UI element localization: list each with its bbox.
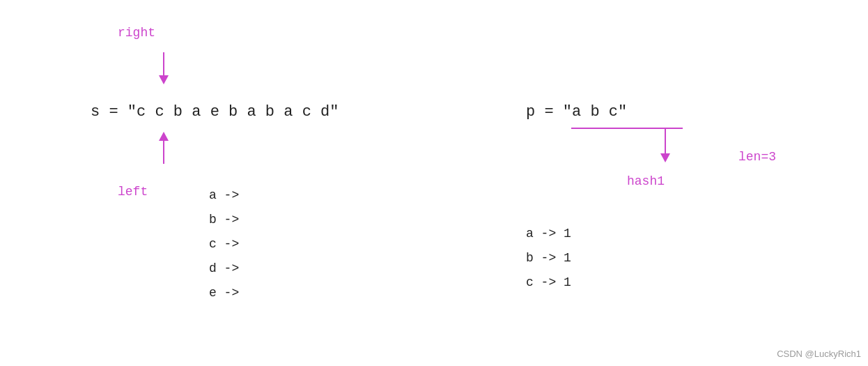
svg-marker-5: [660, 153, 670, 162]
hash-left-a: a ->: [209, 188, 239, 202]
main-content: right s = "c c b a e b a b a c d" left a…: [0, 0, 868, 366]
hash-left-b: b ->: [209, 213, 239, 227]
len-label: len=3: [738, 150, 776, 164]
hash-left-e: e ->: [209, 286, 239, 300]
hash-right-b: b -> 1: [526, 251, 571, 265]
right-arrow-down: [153, 52, 174, 87]
left-arrow-up: [153, 129, 174, 164]
hash1-label: hash1: [627, 174, 665, 188]
hash-left-d: d ->: [209, 261, 239, 275]
watermark: CSDN @LuckyRich1: [777, 349, 861, 359]
svg-marker-3: [159, 132, 169, 141]
left-label: left: [118, 185, 148, 199]
p-arrow-down: [655, 129, 676, 167]
hash-left-c: c ->: [209, 237, 239, 251]
svg-marker-1: [159, 75, 169, 84]
hash-right-a: a -> 1: [526, 227, 571, 241]
hash-right-c: c -> 1: [526, 275, 571, 289]
right-label: right: [118, 26, 155, 40]
s-expression: s = "c c b a e b a b a c d": [91, 103, 339, 121]
p-expression: p = "a b c": [526, 103, 627, 121]
